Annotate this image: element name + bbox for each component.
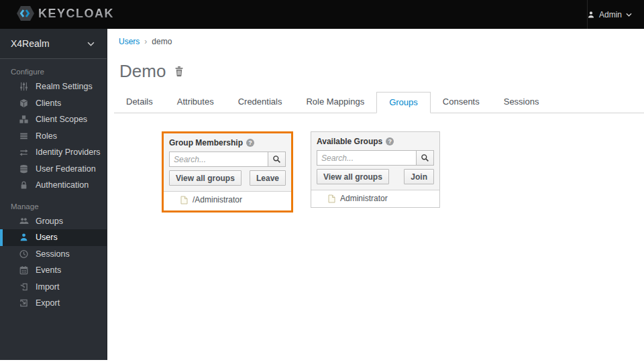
- help-icon[interactable]: [386, 137, 394, 145]
- user-menu[interactable]: Admin: [587, 0, 632, 29]
- sidebar-item-client-scopes[interactable]: Client Scopes: [0, 111, 107, 128]
- realm-name: X4Realm: [11, 38, 50, 49]
- chevron-down-icon: [626, 13, 632, 17]
- available-groups-search-input[interactable]: [317, 150, 417, 166]
- sidebar-item-label: Users: [36, 233, 58, 242]
- topbar: KEYCLOAK Admin: [0, 0, 644, 29]
- user-menu-label: Admin: [599, 10, 622, 19]
- sidebar-item-label: Export: [36, 298, 60, 308]
- sidebar-item-groups[interactable]: Groups: [0, 213, 107, 230]
- search-icon: [272, 155, 281, 164]
- sidebar-item-events[interactable]: Events: [0, 262, 107, 279]
- sidebar-item-label: Events: [36, 265, 61, 275]
- sidebar-item-roles[interactable]: Roles: [0, 128, 107, 145]
- file-icon: [180, 196, 188, 204]
- sidebar-item-identity-providers[interactable]: Identity Providers: [0, 144, 107, 161]
- leave-button[interactable]: Leave: [250, 170, 286, 186]
- sidebar-item-label: Identity Providers: [36, 147, 101, 157]
- view-all-groups-button[interactable]: View all groups: [317, 169, 389, 184]
- breadcrumb: Users › demo: [107, 29, 644, 46]
- page-title: Demo: [119, 61, 166, 82]
- main-content: Users › demo Demo Details Attributes Cre…: [107, 29, 644, 362]
- sidebar-item-import[interactable]: Import: [0, 279, 107, 296]
- group-icon: [19, 217, 29, 226]
- import-icon: [19, 282, 29, 292]
- cube-icon: [19, 99, 29, 108]
- help-icon[interactable]: [246, 139, 254, 147]
- tab-details[interactable]: Details: [114, 92, 165, 113]
- keycloak-logo-icon: [17, 5, 34, 21]
- tab-credentials[interactable]: Credentials: [226, 92, 294, 113]
- group-membership-search-input[interactable]: [169, 152, 268, 167]
- sidebar-item-label: Authentication: [36, 180, 89, 190]
- tab-sessions[interactable]: Sessions: [492, 92, 551, 113]
- calendar-icon: [19, 265, 29, 275]
- delete-user-button[interactable]: [174, 66, 184, 77]
- chevron-down-icon: [87, 42, 95, 46]
- group-name: Administrator: [340, 194, 388, 203]
- breadcrumb-current: demo: [152, 37, 172, 46]
- database-icon: [19, 164, 29, 174]
- tab-role-mappings[interactable]: Role Mappings: [294, 92, 376, 113]
- clock-icon: [19, 249, 29, 259]
- lock-icon: [19, 180, 29, 190]
- sidebar-item-label: Import: [36, 282, 59, 292]
- group-membership-title: Group Membership: [169, 138, 243, 147]
- sidebar-item-clients[interactable]: Clients: [0, 95, 107, 112]
- tab-consents[interactable]: Consents: [431, 92, 492, 113]
- view-all-groups-button[interactable]: View all groups: [169, 170, 241, 186]
- sidebar-item-label: Groups: [36, 217, 63, 226]
- sidebar-item-label: Roles: [36, 131, 57, 141]
- user-icon: [19, 233, 29, 242]
- group-membership-search-button[interactable]: [268, 152, 286, 167]
- available-groups-list: Administrator: [311, 190, 439, 207]
- list-item[interactable]: /Administrator: [164, 192, 291, 208]
- sidebar: X4Realm Configure Realm Settings Clients…: [0, 29, 107, 360]
- user-icon: [587, 11, 595, 19]
- available-groups-title: Available Groups: [317, 137, 382, 146]
- brand-text: KEYCLOAK: [38, 7, 114, 21]
- nav-section-manage: Manage: [11, 202, 107, 210]
- tab-attributes[interactable]: Attributes: [165, 92, 226, 113]
- keycloak-logo: KEYCLOAK: [17, 5, 114, 21]
- sidebar-item-realm-settings[interactable]: Realm Settings: [0, 78, 107, 95]
- sliders-icon: [19, 82, 29, 91]
- sidebar-item-label: Clients: [36, 99, 61, 108]
- trash-icon: [174, 66, 184, 77]
- export-icon: [19, 298, 29, 308]
- sidebar-item-label: User Federation: [36, 164, 96, 174]
- sidebar-item-user-federation[interactable]: User Federation: [0, 161, 107, 178]
- sidebar-item-label: Client Scopes: [36, 115, 87, 124]
- cubes-icon: [19, 115, 29, 124]
- exchange-icon: [19, 147, 29, 157]
- group-membership-panel: Group Membership View all groups Leave: [162, 131, 293, 213]
- sidebar-item-label: Realm Settings: [36, 82, 93, 91]
- breadcrumb-separator: ›: [144, 37, 147, 46]
- tab-bar: Details Attributes Credentials Role Mapp…: [114, 91, 644, 113]
- list-item[interactable]: Administrator: [311, 190, 439, 207]
- realm-selector[interactable]: X4Realm: [0, 29, 107, 59]
- join-button[interactable]: Join: [404, 169, 434, 184]
- available-groups-panel: Available Groups View all groups Join: [311, 131, 440, 208]
- file-icon: [328, 194, 335, 203]
- available-groups-search-button[interactable]: [416, 150, 434, 166]
- sidebar-item-users[interactable]: Users: [0, 229, 107, 246]
- sidebar-item-export[interactable]: Export: [0, 295, 107, 312]
- sidebar-item-label: Sessions: [36, 249, 70, 259]
- nav-section-configure: Configure: [11, 68, 107, 76]
- sidebar-item-sessions[interactable]: Sessions: [0, 246, 107, 263]
- sidebar-item-authentication[interactable]: Authentication: [0, 177, 107, 194]
- list-icon: [19, 131, 29, 141]
- group-membership-list: /Administrator: [164, 191, 291, 210]
- search-icon: [421, 154, 429, 162]
- group-name: /Administrator: [193, 195, 242, 204]
- breadcrumb-users-link[interactable]: Users: [119, 37, 140, 46]
- tab-groups[interactable]: Groups: [376, 92, 431, 113]
